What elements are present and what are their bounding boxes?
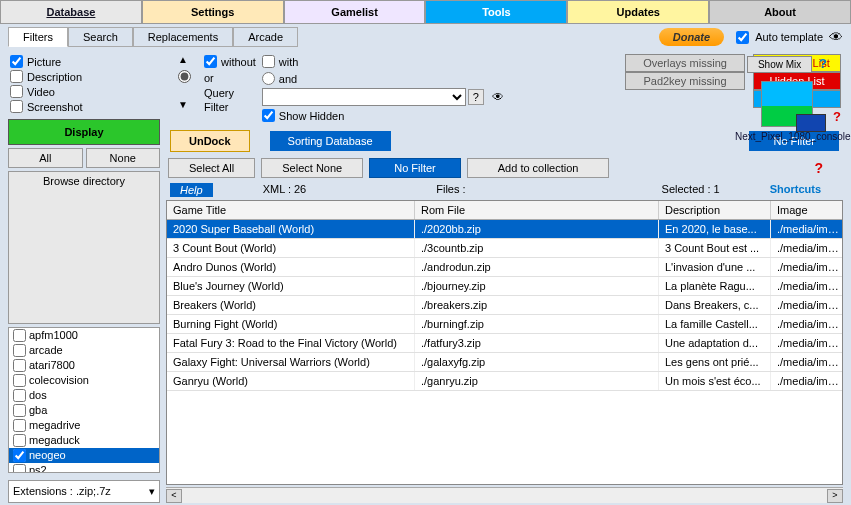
cell-title: Fatal Fury 3: Road to the Final Victory …	[167, 334, 415, 352]
system-item-megaduck[interactable]: megaduck	[9, 433, 159, 448]
auto-template-label: Auto template	[755, 31, 823, 43]
arrow-up-icon[interactable]: ▲	[178, 54, 188, 65]
none-button[interactable]: None	[86, 148, 161, 168]
system-item-neogeo[interactable]: neogeo	[9, 448, 159, 463]
system-chk-megadrive[interactable]	[13, 419, 26, 432]
system-chk-megaduck[interactable]	[13, 434, 26, 447]
radio-or-top[interactable]	[178, 70, 191, 83]
shortcuts-link[interactable]: Shortcuts	[770, 183, 821, 197]
query-select[interactable]	[262, 88, 466, 106]
chk-without[interactable]	[204, 55, 217, 68]
scroll-right-icon[interactable]: >	[827, 489, 843, 503]
cell-desc: En 2020, le base...	[659, 220, 771, 238]
tab-about[interactable]: About	[709, 0, 851, 23]
col-title[interactable]: Game Title	[167, 201, 415, 219]
chk-description[interactable]	[10, 70, 23, 83]
add-to-collection-button[interactable]: Add to collection	[467, 158, 610, 178]
chk-picture[interactable]	[10, 55, 23, 68]
thumbnail-label: Next_Pixel_1080_console	[735, 131, 839, 142]
subtab-filters[interactable]: Filters	[8, 27, 68, 47]
lbl-query: Query	[204, 87, 234, 99]
undock-button[interactable]: UnDock	[170, 130, 250, 152]
cell-rom: ./2020bb.zip	[415, 220, 659, 238]
arrow-down-icon[interactable]: ▼	[178, 99, 188, 110]
auto-template-input[interactable]	[736, 31, 749, 44]
chk-with[interactable]	[262, 55, 275, 68]
browse-directory-button[interactable]: Browse directory	[8, 171, 160, 324]
table-row[interactable]: 2020 Super Baseball (World)./2020bb.zipE…	[167, 220, 842, 239]
system-chk-dos[interactable]	[13, 389, 26, 402]
cell-title: Galaxy Fight: Universal Warriors (World)	[167, 353, 415, 371]
system-item-gba[interactable]: gba	[9, 403, 159, 418]
table-row[interactable]: 3 Count Bout (World)./3countb.zip3 Count…	[167, 239, 842, 258]
system-item-dos[interactable]: dos	[9, 388, 159, 403]
help-small-button[interactable]: ?	[468, 89, 484, 105]
system-item-ps2[interactable]: ps2	[9, 463, 159, 474]
game-grid[interactable]: Game Title Rom File Description Image 20…	[166, 200, 843, 485]
system-chk-colecovision[interactable]	[13, 374, 26, 387]
no-filter-button[interactable]: No Filter	[369, 158, 461, 178]
system-list[interactable]: apfm1000arcadeatari7800colecovisiondosgb…	[8, 327, 160, 474]
selected-count: Selected : 1	[662, 183, 720, 197]
tab-gamelist[interactable]: Gamelist	[284, 0, 426, 23]
system-chk-apfm1000[interactable]	[13, 329, 26, 342]
system-label: dos	[29, 389, 47, 401]
donate-button[interactable]: Donate	[659, 28, 724, 46]
help-link[interactable]: Help	[170, 183, 213, 197]
system-item-arcade[interactable]: arcade	[9, 343, 159, 358]
eye-small-icon[interactable]: 👁	[492, 90, 504, 104]
horizontal-scrollbar[interactable]: < >	[166, 487, 843, 503]
overlays-missing-button[interactable]: Overlays missing	[625, 54, 745, 72]
system-chk-neogeo[interactable]	[13, 449, 26, 462]
tab-database[interactable]: Database	[0, 0, 142, 23]
table-row[interactable]: Fatal Fury 3: Road to the Final Victory …	[167, 334, 842, 353]
lbl-video: Video	[27, 86, 55, 98]
all-button[interactable]: All	[8, 148, 83, 168]
table-row[interactable]: Burning Fight (World)./burningf.zipLa fa…	[167, 315, 842, 334]
system-chk-atari7800[interactable]	[13, 359, 26, 372]
system-item-atari7800[interactable]: atari7800	[9, 358, 159, 373]
chk-video[interactable]	[10, 85, 23, 98]
sorting-database-button[interactable]: Sorting Database	[270, 131, 391, 151]
system-item-colecovision[interactable]: colecovision	[9, 373, 159, 388]
auto-template-checkbox[interactable]: Auto template	[732, 28, 823, 47]
system-item-megadrive[interactable]: megadrive	[9, 418, 159, 433]
col-image[interactable]: Image	[771, 201, 843, 219]
cell-rom: ./bjourney.zip	[415, 277, 659, 295]
spacer	[181, 85, 184, 97]
help-blue-icon[interactable]: ?	[819, 56, 827, 71]
table-row[interactable]: Breakers (World)./breakers.zipDans Break…	[167, 296, 842, 315]
chk-screenshot[interactable]	[10, 100, 23, 113]
select-all-button[interactable]: Select All	[168, 158, 255, 178]
col-desc[interactable]: Description	[659, 201, 771, 219]
system-item-apfm1000[interactable]: apfm1000	[9, 328, 159, 343]
select-none-button[interactable]: Select None	[261, 158, 363, 178]
table-row[interactable]: Ganryu (World)./ganryu.zipUn mois s'est …	[167, 372, 842, 391]
lbl-and: and	[279, 73, 297, 85]
system-chk-ps2[interactable]	[13, 464, 26, 474]
cell-title: 3 Count Bout (World)	[167, 239, 415, 257]
cell-desc: La planète Ragu...	[659, 277, 771, 295]
table-row[interactable]: Galaxy Fight: Universal Warriors (World)…	[167, 353, 842, 372]
visibility-icon[interactable]: 👁	[829, 29, 843, 45]
display-button[interactable]: Display	[8, 119, 160, 145]
tab-settings[interactable]: Settings	[142, 0, 284, 23]
help-red2-icon[interactable]: ?	[814, 160, 841, 176]
chevron-down-icon[interactable]: ▾	[149, 485, 155, 498]
chk-show-hidden[interactable]	[262, 109, 275, 122]
show-mix-button[interactable]: Show Mix	[747, 56, 812, 73]
table-row[interactable]: Andro Dunos (World)./androdun.zipL'invas…	[167, 258, 842, 277]
system-chk-arcade[interactable]	[13, 344, 26, 357]
subtab-arcade[interactable]: Arcade	[233, 27, 298, 47]
tab-updates[interactable]: Updates	[567, 0, 709, 23]
subtab-replacements[interactable]: Replacements	[133, 27, 233, 47]
tab-tools[interactable]: Tools	[425, 0, 567, 23]
cell-rom: ./fatfury3.zip	[415, 334, 659, 352]
system-chk-gba[interactable]	[13, 404, 26, 417]
pad2key-missing-button[interactable]: Pad2key missing	[625, 72, 745, 90]
radio-and[interactable]	[262, 72, 275, 85]
subtab-search[interactable]: Search	[68, 27, 133, 47]
scroll-left-icon[interactable]: <	[166, 489, 182, 503]
table-row[interactable]: Blue's Journey (World)./bjourney.zipLa p…	[167, 277, 842, 296]
col-rom[interactable]: Rom File	[415, 201, 659, 219]
